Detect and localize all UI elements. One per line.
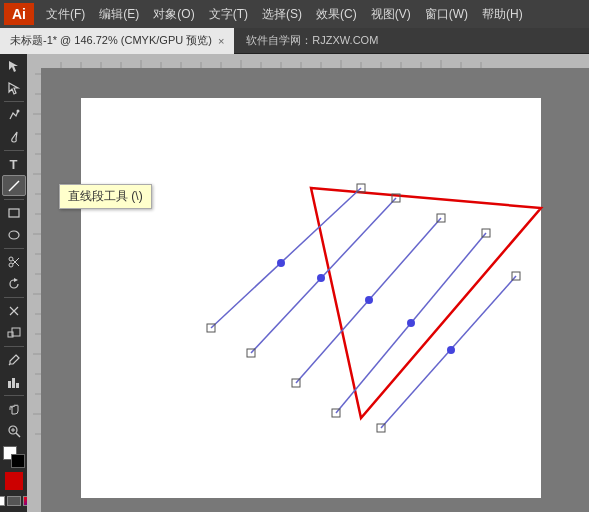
fill-mode-button[interactable] [0,496,5,506]
brush-tool[interactable] [2,126,26,147]
svg-rect-11 [8,381,11,388]
stroke-color-black [11,454,25,468]
separator-7 [4,395,24,396]
ruler-horizontal [41,54,589,68]
svg-rect-2 [9,209,19,217]
tab-close-button[interactable]: × [218,35,224,47]
active-tab[interactable]: 未标题-1* @ 146.72% (CMYK/GPU 预览) × [0,28,234,54]
svg-rect-63 [207,324,215,332]
canvas-area: 直线段工具 (\) [27,54,589,512]
menu-view[interactable]: 视图(V) [365,4,417,25]
menu-bar: 文件(F) 编辑(E) 对象(O) 文字(T) 选择(S) 效果(C) 视图(V… [40,4,529,25]
svg-rect-76 [482,229,490,237]
svg-rect-67 [247,349,255,357]
svg-line-15 [16,433,20,437]
svg-rect-64 [357,184,365,192]
toolbar: T [0,54,27,512]
svg-rect-72 [437,214,445,222]
tooltip-text: 直线段工具 (\) [68,189,143,203]
drawing-canvas [121,128,581,512]
separator-1 [4,101,24,102]
svg-rect-13 [16,383,19,388]
menu-file[interactable]: 文件(F) [40,4,91,25]
pen-tool[interactable] [2,105,26,126]
svg-rect-80 [512,272,520,280]
default-colors[interactable] [3,446,25,468]
separator-4 [4,248,24,249]
main-area: T [0,54,589,512]
separator-5 [4,297,24,298]
svg-marker-61 [311,188,541,418]
menu-text[interactable]: 文字(T) [203,4,254,25]
svg-marker-8 [14,278,18,282]
ruler-vertical [27,54,41,512]
active-color-red[interactable] [5,472,23,490]
rectangle-tool[interactable] [2,203,26,224]
color-mode-buttons [0,496,27,506]
separator-3 [4,199,24,200]
svg-point-73 [365,296,373,304]
menu-help[interactable]: 帮助(H) [476,4,529,25]
scissors-tool[interactable] [2,252,26,273]
svg-line-62 [211,188,361,328]
svg-point-77 [407,319,415,327]
title-bar: Ai 文件(F) 编辑(E) 对象(O) 文字(T) 选择(S) 效果(C) 视… [0,0,589,28]
line-segment-tool[interactable] [2,175,26,196]
menu-effect[interactable]: 效果(C) [310,4,363,25]
zoom-tool[interactable] [2,420,26,441]
svg-line-78 [381,276,516,428]
separator-6 [4,346,24,347]
svg-rect-41 [27,54,41,512]
svg-point-3 [9,231,19,239]
text-tool[interactable]: T [2,154,26,175]
svg-point-65 [277,259,285,267]
svg-rect-71 [292,379,300,387]
reflect-tool[interactable] [2,301,26,322]
ellipse-tool[interactable] [2,225,26,246]
menu-window[interactable]: 窗口(W) [419,4,474,25]
menu-object[interactable]: 对象(O) [147,4,200,25]
bar-chart-tool[interactable] [2,371,26,392]
menu-select[interactable]: 选择(S) [256,4,308,25]
svg-point-81 [447,346,455,354]
eyedropper-tool[interactable] [2,350,26,371]
separator-2 [4,150,24,151]
color-area [0,442,27,510]
svg-rect-75 [332,409,340,417]
svg-rect-12 [12,378,15,388]
svg-line-66 [251,198,396,353]
rotate-tool[interactable] [2,274,26,295]
ai-logo: Ai [4,3,34,25]
scale-tool[interactable] [2,323,26,344]
stroke-mode-button[interactable] [7,496,21,506]
tab-bar: 未标题-1* @ 146.72% (CMYK/GPU 预览) × 软件自学网：R… [0,28,589,54]
selection-tool[interactable] [2,56,26,77]
svg-line-74 [336,233,486,413]
svg-point-4 [9,257,13,261]
svg-point-0 [16,110,19,113]
tab-label: 未标题-1* @ 146.72% (CMYK/GPU 预览) [10,33,212,48]
svg-rect-68 [392,194,400,202]
svg-rect-79 [377,424,385,432]
tab-right-text: 软件自学网：RJZXW.COM [234,33,378,48]
svg-line-1 [9,181,19,191]
artboard[interactable] [81,98,541,498]
menu-edit[interactable]: 编辑(E) [93,4,145,25]
svg-line-70 [296,218,441,383]
direct-selection-tool[interactable] [2,78,26,99]
tooltip: 直线段工具 (\) [59,184,152,209]
svg-point-5 [9,263,13,267]
canvas-background [41,68,589,512]
hand-tool[interactable] [2,399,26,420]
svg-rect-18 [41,54,589,68]
svg-point-69 [317,274,325,282]
